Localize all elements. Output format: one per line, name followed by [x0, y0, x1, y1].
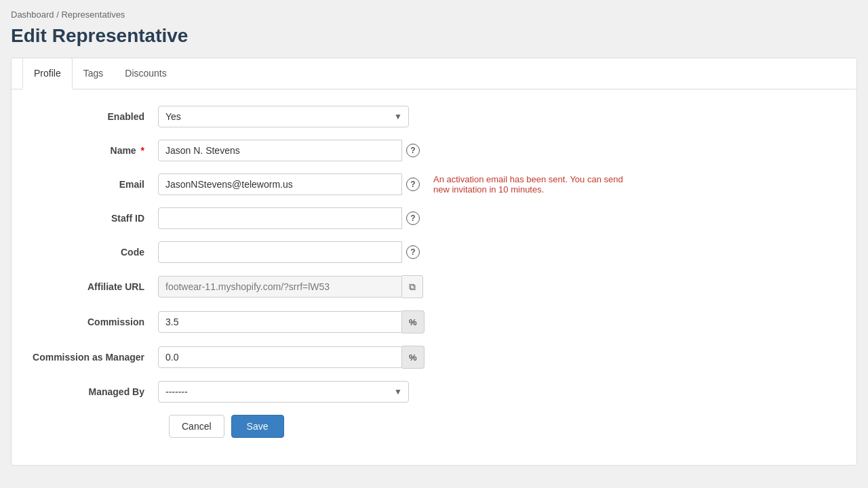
- staff-id-input-group: ?: [158, 207, 420, 229]
- commission-manager-row: Commission as Manager %: [22, 346, 846, 369]
- code-label: Code: [22, 247, 158, 258]
- enabled-select[interactable]: Yes No: [158, 106, 409, 127]
- profile-tab-content: Enabled Yes No ▼ Name * ?: [12, 89, 856, 449]
- code-input-group: ?: [158, 241, 420, 263]
- enabled-row: Enabled Yes No ▼: [22, 106, 846, 127]
- code-row: Code ?: [22, 241, 846, 263]
- commission-manager-label: Commission as Manager: [22, 352, 158, 363]
- commission-manager-percent-symbol: %: [402, 346, 425, 369]
- affiliate-url-label: Affiliate URL: [22, 281, 158, 292]
- managed-by-row: Managed By ------- ▼: [22, 381, 846, 403]
- affiliate-url-row: Affiliate URL ⧉: [22, 275, 846, 298]
- save-button[interactable]: Save: [231, 415, 284, 438]
- email-input-group: ?: [158, 174, 420, 195]
- email-info-message: An activation email has been sent. You c…: [433, 174, 637, 195]
- cancel-button[interactable]: Cancel: [169, 415, 224, 438]
- name-label: Name *: [22, 145, 158, 156]
- page-title: Edit Representative: [11, 25, 857, 47]
- breadcrumb: Dashboard / Representatives: [11, 9, 857, 20]
- email-label: Email: [22, 179, 158, 190]
- commission-row: Commission %: [22, 310, 846, 333]
- affiliate-url-input-group: ⧉: [158, 275, 423, 298]
- code-input[interactable]: [158, 241, 402, 263]
- commission-manager-input[interactable]: [158, 346, 402, 368]
- managed-by-select-wrapper: ------- ▼: [158, 381, 409, 403]
- affiliate-url-input[interactable]: [158, 276, 402, 298]
- name-input[interactable]: [158, 140, 402, 161]
- staff-id-help-icon[interactable]: ?: [406, 211, 420, 225]
- tab-bar: Profile Tags Discounts: [12, 58, 856, 89]
- name-help-icon[interactable]: ?: [406, 144, 420, 157]
- managed-by-select[interactable]: -------: [158, 381, 409, 403]
- name-input-group: ?: [158, 140, 420, 161]
- enabled-label: Enabled: [22, 111, 158, 122]
- staff-id-input[interactable]: [158, 207, 402, 229]
- managed-by-label: Managed By: [22, 386, 158, 397]
- commission-input-group: %: [158, 310, 425, 333]
- commission-label: Commission: [22, 317, 158, 327]
- enabled-select-wrapper: Yes No ▼: [158, 106, 409, 127]
- email-row: Email ? An activation email has been sen…: [22, 174, 846, 195]
- tab-tags[interactable]: Tags: [73, 58, 115, 89]
- commission-percent-symbol: %: [402, 310, 425, 333]
- form-buttons: Cancel Save: [22, 415, 846, 438]
- name-required-star: *: [138, 145, 144, 156]
- commission-input[interactable]: [158, 311, 402, 333]
- email-input[interactable]: [158, 174, 402, 195]
- staff-id-label: Staff ID: [22, 213, 158, 224]
- staff-id-row: Staff ID ?: [22, 207, 846, 229]
- name-row: Name * ?: [22, 140, 846, 161]
- commission-manager-input-group: %: [158, 346, 425, 369]
- edit-representative-card: Profile Tags Discounts Enabled Yes No ▼: [11, 58, 857, 466]
- email-help-icon[interactable]: ?: [406, 178, 420, 191]
- tab-discounts[interactable]: Discounts: [114, 58, 177, 89]
- affiliate-url-copy-button[interactable]: ⧉: [402, 275, 423, 298]
- code-help-icon[interactable]: ?: [406, 245, 420, 259]
- tab-profile[interactable]: Profile: [22, 58, 73, 89]
